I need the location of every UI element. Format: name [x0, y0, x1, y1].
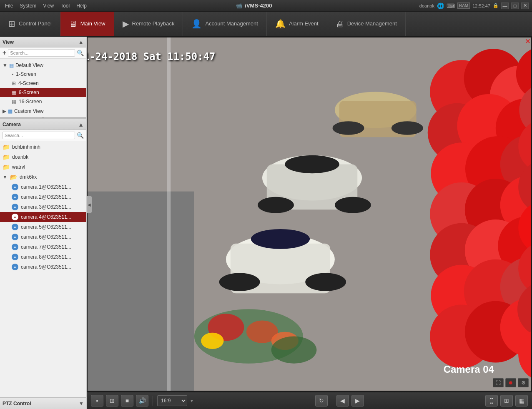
- screen-9-icon: ▦: [12, 90, 16, 95]
- default-view-group[interactable]: ▼ ▦ Default View: [0, 61, 86, 70]
- globe-icon[interactable]: 🌐: [437, 2, 444, 9]
- view-1screen[interactable]: ▪ 1-Screen: [0, 70, 86, 79]
- main-view-icon: 🖥: [69, 19, 77, 29]
- camera-search-icon[interactable]: 🔍: [77, 132, 84, 139]
- view-9screen[interactable]: ▦ 9-Screen: [0, 88, 86, 97]
- camera-item-2[interactable]: ● camera 2@C623511...: [0, 192, 86, 202]
- menu-file[interactable]: File: [3, 3, 15, 9]
- camera-feed-svg: 11-24-2018 Sat 11:50:47 Camera 04: [88, 37, 531, 391]
- custom-view-group[interactable]: ▶ ▦ Custom View: [0, 107, 86, 115]
- aspect-ratio-select[interactable]: 16:9 4:3 Original Stretch: [157, 395, 187, 406]
- main-view-label: Main View: [80, 20, 105, 27]
- camera-group-doanbk[interactable]: 📁 doanbk: [0, 152, 86, 162]
- bchbinhminh-label: bchbinhminh: [12, 144, 40, 150]
- svg-rect-2: [88, 192, 194, 391]
- tab-account-management[interactable]: 👤 Account Management: [183, 12, 266, 36]
- content-area: ✕: [87, 37, 532, 409]
- view-panel: View ▲ + 🔍 ▼ ▦ Default View ▪ 1-Scre: [0, 37, 86, 117]
- svg-point-15: [219, 273, 260, 291]
- aspect-ratio-dropdown-icon: ▼: [190, 399, 194, 403]
- view-collapse-icon[interactable]: ▲: [78, 39, 84, 45]
- camera-item-8[interactable]: ● camera 8@C623511...: [0, 252, 86, 262]
- minimize-button[interactable]: —: [501, 2, 509, 9]
- dmk6kx-folder-icon: 📂: [10, 174, 17, 180]
- camera-item-7[interactable]: ● camera 7@C623511...: [0, 242, 86, 252]
- camera-panel-header: Camera ▲: [0, 119, 86, 130]
- camera-item-6[interactable]: ● camera 6@C623511...: [0, 232, 86, 242]
- keyboard-icon[interactable]: ⌨: [447, 2, 455, 9]
- tab-alarm-event[interactable]: 🔔 Alarm Event: [267, 12, 327, 36]
- alarm-event-label: Alarm Event: [289, 20, 319, 27]
- layout3-button[interactable]: ▦: [515, 395, 528, 407]
- tab-device-management[interactable]: 🖨 Device Management: [327, 12, 406, 36]
- prev-icon: ◀: [340, 397, 345, 404]
- single-screen-button[interactable]: ▪: [91, 395, 103, 407]
- toolbar-left-group: ▪ ⊞ ■ 🔊 16:9 4:3 Original Stretch: [91, 395, 194, 407]
- sidebar-collapse-arrow[interactable]: ◀: [87, 196, 92, 213]
- camera-9-label: camera 9@C623511...: [21, 264, 71, 270]
- prev-button[interactable]: ◀: [336, 395, 349, 407]
- camera-collapse-icon[interactable]: ▲: [78, 121, 84, 128]
- svg-point-6: [332, 121, 364, 135]
- stop-all-button[interactable]: ■: [121, 395, 133, 407]
- fullscreen-button[interactable]: ⛶: [493, 378, 504, 387]
- layout2-button[interactable]: ⊞: [500, 395, 513, 407]
- view-search-input[interactable]: [8, 49, 75, 57]
- menu-system[interactable]: System: [18, 3, 38, 9]
- camera-group-dmk6kx[interactable]: ▼ 📂 dmk6kx: [0, 172, 86, 182]
- multi-screen-icon: ⊞: [110, 397, 115, 404]
- stop-all-icon: ■: [125, 397, 129, 404]
- settings-button[interactable]: ⚙: [518, 378, 529, 387]
- camera-7-icon: ●: [12, 244, 18, 250]
- menu-tool[interactable]: Tool: [59, 3, 71, 9]
- record-button[interactable]: ⏺: [505, 378, 516, 387]
- camera-item-4[interactable]: ● camera 4@C623511...: [0, 212, 86, 222]
- ptz-title: PTZ Control: [3, 401, 31, 407]
- tab-remote-playback[interactable]: ▶ Remote Playback: [114, 12, 183, 36]
- view-search-bar: + 🔍: [0, 47, 86, 59]
- add-view-button[interactable]: +: [3, 49, 6, 57]
- view-4screen[interactable]: ⊞ 4-Screen: [0, 79, 86, 88]
- tab-control-panel[interactable]: ⊞ Control Panel: [0, 12, 60, 36]
- camera-group-watrvl[interactable]: 📁 watrvl: [0, 162, 86, 172]
- close-button[interactable]: ✕: [521, 2, 529, 9]
- doanbk-label: doanbk: [12, 154, 28, 160]
- screen-16-label: 16-Screen: [19, 99, 42, 105]
- layout1-icon: ▪▪▪▪: [490, 396, 493, 405]
- multi-screen-button[interactable]: ⊞: [106, 395, 118, 407]
- camera-group-bchbinhminh[interactable]: 📁 bchbinhminh: [0, 142, 86, 152]
- maximize-button[interactable]: □: [511, 2, 519, 9]
- username: doanbk: [419, 3, 434, 8]
- default-view-label: Default View: [15, 62, 43, 68]
- menu-view[interactable]: View: [41, 3, 55, 9]
- lock-icon[interactable]: 🔒: [493, 3, 499, 8]
- camera-5-label: camera 5@C623511...: [21, 224, 71, 230]
- camera-panel: Camera ▲ 🔍 📁 bchbinhminh 📁 doanbk: [0, 119, 86, 409]
- camera-item-3[interactable]: ● camera 3@C623511...: [0, 202, 86, 212]
- refresh-button[interactable]: ↻: [315, 395, 328, 407]
- camera-item-9[interactable]: ● camera 9@C623511...: [0, 262, 86, 272]
- title-bar-left: File System View Tool Help: [3, 3, 88, 9]
- tab-main-view[interactable]: 🖥 Main View: [60, 12, 114, 36]
- camera-2-icon: ●: [12, 194, 18, 200]
- layout1-button[interactable]: ▪▪▪▪: [485, 395, 498, 407]
- ptz-expand-icon[interactable]: ▼: [79, 401, 84, 407]
- view-16screen[interactable]: ▩ 16-Screen: [0, 97, 86, 106]
- screen-1-icon: ▪: [12, 71, 13, 77]
- camera-tree: 📁 bchbinhminh 📁 doanbk 📁 watrvl ▼ 📂: [0, 141, 86, 397]
- camera-search-input[interactable]: [3, 132, 75, 139]
- camera-item-1[interactable]: ● camera 1@C623511...: [0, 182, 86, 192]
- menu-help[interactable]: Help: [75, 3, 88, 9]
- app-icon: 📹: [236, 2, 242, 9]
- video-container[interactable]: 11-24-2018 Sat 11:50:47 Camera 04: [88, 37, 531, 391]
- account-management-icon: 👤: [191, 19, 202, 29]
- toolbar-right-group: ▪▪▪▪ ⊞ ▦: [485, 395, 528, 407]
- view-search-icon[interactable]: 🔍: [77, 50, 84, 56]
- video-close-button[interactable]: ✕: [525, 37, 530, 45]
- svg-point-17: [251, 229, 310, 249]
- screen-4-icon: ⊞: [12, 80, 16, 86]
- device-management-label: Device Management: [347, 20, 397, 27]
- camera-item-5[interactable]: ● camera 5@C623511...: [0, 222, 86, 232]
- audio-button[interactable]: 🔊: [136, 395, 148, 407]
- next-button[interactable]: ▶: [351, 395, 364, 407]
